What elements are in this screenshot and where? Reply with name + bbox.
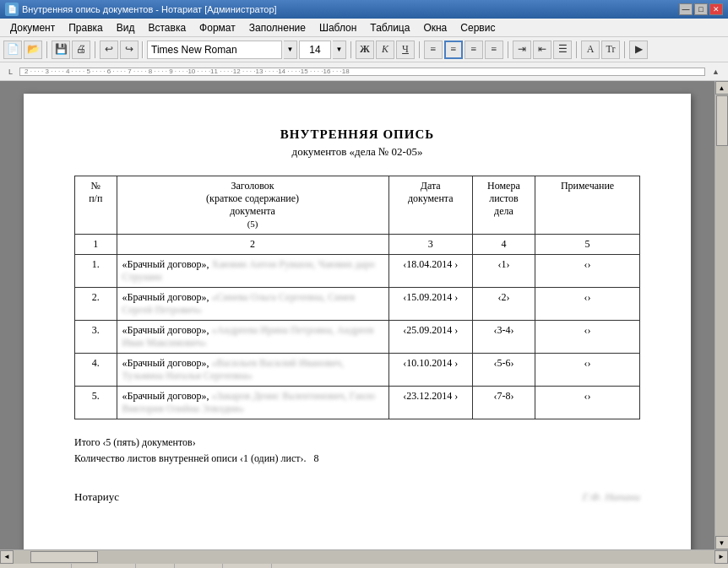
window-title: Внутренняя опись документов - Нотариат […: [22, 4, 679, 14]
menu-template[interactable]: Шаблон: [312, 20, 363, 35]
menu-edit[interactable]: Правка: [62, 20, 110, 35]
notary-label: Нотариус: [74, 490, 119, 504]
undo-button[interactable]: ↩: [100, 41, 118, 59]
ruler-track: 2 · · · · 3 · · · · 4 · · · · 5 · · · · …: [19, 68, 705, 76]
row5-title: «Брачный договор», «Закаров Денис Валент…: [117, 387, 388, 419]
indent-button[interactable]: ⇥: [513, 41, 531, 59]
main-area: ВНУТРЕННЯЯ ОПИСЬ документов «дела № 02-0…: [0, 81, 728, 549]
document-area[interactable]: ВНУТРЕННЯЯ ОПИСЬ документов «дела № 02-0…: [0, 81, 714, 549]
scroll-track-horizontal[interactable]: [14, 550, 714, 564]
ruler-right: ▲: [712, 68, 720, 76]
separator-6: [576, 41, 577, 58]
table-num-row-4: 4: [472, 235, 535, 255]
scroll-left-button[interactable]: ◄: [0, 550, 14, 564]
separator-2: [95, 41, 95, 58]
separator-3: [350, 41, 351, 58]
font-name-dropdown[interactable]: ▼: [284, 41, 297, 59]
redo-button[interactable]: ↪: [120, 41, 139, 59]
open-button[interactable]: 📂: [24, 41, 42, 59]
row4-title: «Брачный договор», «Васильев Василий Ива…: [117, 354, 388, 387]
row4-pages: ‹5-6›: [472, 354, 535, 387]
row3-date: ‹25.09.2014 ›: [388, 321, 472, 354]
separator-7: [624, 41, 625, 58]
status-mode: Вставка: [175, 564, 224, 568]
table-header-date: Датадокумента: [388, 176, 472, 235]
menu-insert[interactable]: Вставка: [142, 20, 193, 35]
font-size-input[interactable]: [299, 41, 331, 59]
menu-windows[interactable]: Окна: [416, 20, 454, 35]
scroll-thumb-vertical[interactable]: [716, 95, 728, 146]
align-center-button[interactable]: ≡: [444, 41, 463, 59]
scroll-thumb-horizontal[interactable]: [30, 551, 98, 563]
footer-sheets: Количество листов внутренней описи ‹1 (о…: [74, 452, 640, 465]
outdent-button[interactable]: ⇤: [533, 41, 551, 59]
row3-blurred: «Андреева Ирина Петровна, Андреев Иван М…: [122, 324, 374, 349]
table-header-note: Примечание: [535, 176, 640, 235]
underline-button[interactable]: Ч: [396, 41, 415, 59]
separator-5: [508, 41, 508, 58]
menu-fill[interactable]: Заполнение: [242, 20, 312, 35]
document-page: ВНУТРЕННЯЯ ОПИСЬ документов «дела № 02-0…: [24, 94, 691, 549]
menu-document[interactable]: Документ: [3, 20, 62, 35]
minimize-button[interactable]: —: [679, 3, 693, 15]
new-button[interactable]: 📄: [3, 41, 22, 59]
footer-total: Итого ‹5 (пять) документов›: [74, 436, 640, 449]
window-controls: — □ ✕: [679, 3, 723, 15]
row5-num: 5.: [75, 387, 117, 419]
ruler: L 2 · · · · 3 · · · · 4 · · · · 5 · · · …: [0, 62, 728, 81]
table-num-row-5: 5: [535, 235, 640, 255]
app-icon: 📄: [5, 3, 19, 16]
menu-bar: Документ Правка Вид Вставка Формат Запол…: [0, 19, 728, 37]
row5-date: ‹23.12.2014 ›: [388, 387, 472, 419]
save-button[interactable]: 💾: [52, 41, 70, 59]
format-button[interactable]: Tr: [601, 41, 620, 59]
divider-1: [142, 41, 144, 58]
footer-page-num: 8: [314, 452, 319, 464]
font-size-dropdown[interactable]: ▼: [333, 41, 346, 59]
extra-button[interactable]: ▶: [629, 41, 648, 59]
row2-num: 2.: [75, 288, 117, 321]
italic-button[interactable]: К: [376, 41, 394, 59]
row4-date: ‹10.10.2014 ›: [388, 354, 472, 387]
row5-blurred: «Закаров Денис Валентинович, Ганло Викто…: [122, 390, 376, 414]
menu-format[interactable]: Формат: [193, 20, 242, 35]
font-color-button[interactable]: A: [581, 41, 600, 59]
scroll-track-vertical[interactable]: [715, 95, 729, 536]
table-row: 3. «Брачный договор», «Андреева Ирина Пе…: [75, 321, 640, 354]
ruler-marks: 2 · · · · 3 · · · · 4 · · · · 5 · · · · …: [24, 68, 350, 75]
row4-blurred: «Васильев Василий Иванович, Тузьмина Нат…: [122, 357, 345, 381]
separator-1: [46, 41, 47, 58]
maximize-button[interactable]: □: [694, 3, 708, 15]
close-button[interactable]: ✕: [709, 3, 723, 15]
menu-table[interactable]: Таблица: [363, 20, 416, 35]
notary-signature: Г.Ф. Напани: [583, 490, 640, 504]
table-row: 5. «Брачный договор», «Закаров Денис Вал…: [75, 387, 640, 419]
menu-view[interactable]: Вид: [110, 20, 142, 35]
toolbar: 📄 📂 💾 🖨 ↩ ↪ ▼ ▼ Ж К Ч ≡ ≡ ≡ ≡ ⇥ ⇤ ☰ A Tr…: [0, 37, 728, 62]
font-name-input[interactable]: [147, 41, 282, 59]
row5-note: ‹›: [535, 387, 640, 419]
row5-pages: ‹7-8›: [472, 387, 535, 419]
row1-note: ‹›: [535, 255, 640, 288]
bold-button[interactable]: Ж: [356, 41, 374, 59]
menu-service[interactable]: Сервис: [454, 20, 502, 35]
status-language: Русский: [223, 564, 272, 568]
scrollbar-vertical[interactable]: ▲ ▼: [714, 81, 728, 549]
separator-4: [419, 41, 420, 58]
ruler-left: L: [8, 68, 13, 76]
row1-num: 1.: [75, 255, 117, 288]
scroll-up-button[interactable]: ▲: [715, 81, 729, 95]
scroll-down-button[interactable]: ▼: [715, 536, 729, 549]
table-num-row-2: 2: [117, 235, 388, 255]
title-bar: 📄 Внутренняя опись документов - Нотариат…: [0, 0, 728, 19]
scrollbar-horizontal[interactable]: ◄ ►: [0, 549, 728, 563]
scroll-right-button[interactable]: ►: [714, 550, 728, 564]
align-right-button[interactable]: ≡: [465, 41, 483, 59]
document-title: ВНУТРЕННЯЯ ОПИСЬ: [74, 127, 640, 142]
list-button[interactable]: ☰: [553, 41, 572, 59]
row3-num: 3.: [75, 321, 117, 354]
align-justify-button[interactable]: ≡: [485, 41, 503, 59]
document-table: №п/п Заголовок(краткое содержание)докуме…: [74, 176, 640, 419]
print-button[interactable]: 🖨: [72, 41, 90, 59]
align-left-button[interactable]: ≡: [424, 41, 443, 59]
